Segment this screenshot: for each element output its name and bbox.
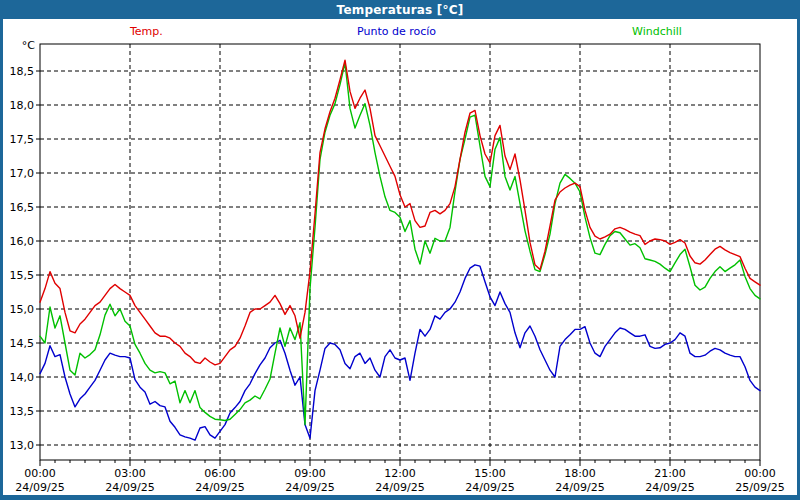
x-tick-date-label: 24/09/25 [195,481,244,494]
y-tick-label: 14,0 [10,371,35,384]
x-tick-date-label: 25/09/25 [735,481,784,494]
x-tick-date-label: 24/09/25 [465,481,514,494]
x-tick-date-label: 24/09/25 [285,481,334,494]
x-tick-time-label: 18:00 [564,467,596,480]
y-tick-label: 17,0 [10,167,35,180]
y-tick-label: 13,5 [10,405,35,418]
app-window: Temperaturas [°C] Temp. Punto de rocío W… [0,0,800,500]
x-tick-date-label: 24/09/25 [15,481,64,494]
y-tick-label: 18,0 [10,99,35,112]
y-tick-label: 14,5 [10,337,35,350]
y-tick-label: 16,0 [10,235,35,248]
y-axis-unit-label: °C [22,39,36,52]
y-tick-label: 15,5 [10,269,35,282]
x-tick-date-label: 24/09/25 [375,481,424,494]
temperature-chart: 18,518,017,517,016,516,015,515,014,514,0… [0,0,800,500]
x-tick-date-label: 24/09/25 [645,481,694,494]
x-tick-date-label: 24/09/25 [555,481,604,494]
y-tick-label: 17,5 [10,133,35,146]
x-tick-time-label: 15:00 [474,467,506,480]
y-tick-label: 16,5 [10,201,35,214]
x-tick-time-label: 00:00 [24,467,56,480]
x-tick-time-label: 09:00 [294,467,326,480]
x-tick-time-label: 00:00 [744,467,776,480]
x-tick-time-label: 06:00 [204,467,236,480]
y-tick-label: 13,0 [10,439,35,452]
x-tick-time-label: 21:00 [654,467,686,480]
x-tick-time-label: 12:00 [384,467,416,480]
y-tick-label: 18,5 [10,65,35,78]
x-tick-date-label: 24/09/25 [105,481,154,494]
x-tick-time-label: 03:00 [114,467,146,480]
y-tick-label: 15,0 [10,303,35,316]
